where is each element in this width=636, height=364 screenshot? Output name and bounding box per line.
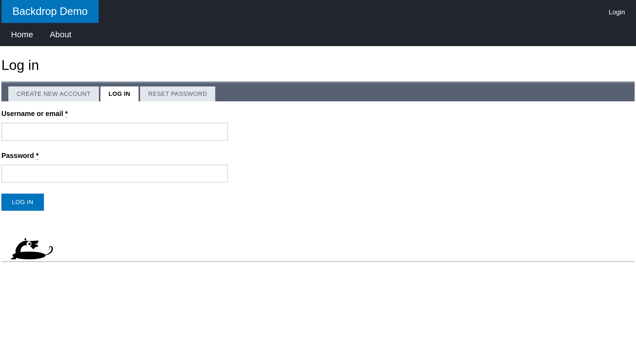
backdrop-logo-icon bbox=[8, 236, 57, 261]
username-group: Username or email * bbox=[1, 110, 635, 141]
nav-item-about[interactable]: About bbox=[50, 30, 71, 39]
site-title[interactable]: Backdrop Demo bbox=[1, 0, 99, 23]
username-input[interactable] bbox=[1, 123, 228, 141]
password-input[interactable] bbox=[1, 165, 228, 183]
password-group: Password * bbox=[1, 152, 635, 183]
tab-reset-password[interactable]: RESET PASSWORD bbox=[140, 86, 215, 101]
log-in-button[interactable]: LOG IN bbox=[1, 194, 44, 211]
required-indicator: * bbox=[65, 110, 68, 118]
username-label-text: Username or email bbox=[1, 110, 65, 117]
svg-point-2 bbox=[28, 243, 31, 245]
login-form: Username or email * Password * LOG IN bbox=[1, 101, 635, 219]
password-label: Password * bbox=[1, 152, 635, 160]
nav-item-home[interactable]: Home bbox=[11, 30, 33, 39]
footer bbox=[1, 236, 635, 262]
username-label: Username or email * bbox=[1, 110, 635, 118]
page-title: Log in bbox=[1, 57, 635, 73]
nav-menu: Home About bbox=[0, 24, 636, 46]
tabs-container: CREATE NEW ACCOUNT LOG IN RESET PASSWORD bbox=[1, 81, 635, 101]
password-label-text: Password bbox=[1, 152, 36, 159]
tab-log-in[interactable]: LOG IN bbox=[100, 86, 139, 101]
header: Backdrop Demo Login Home About bbox=[0, 0, 636, 46]
header-top: Backdrop Demo Login bbox=[0, 0, 636, 24]
content: Log in CREATE NEW ACCOUNT LOG IN RESET P… bbox=[0, 57, 636, 262]
tab-create-account[interactable]: CREATE NEW ACCOUNT bbox=[8, 86, 99, 101]
required-indicator: * bbox=[36, 152, 39, 160]
login-link[interactable]: Login bbox=[598, 0, 636, 24]
